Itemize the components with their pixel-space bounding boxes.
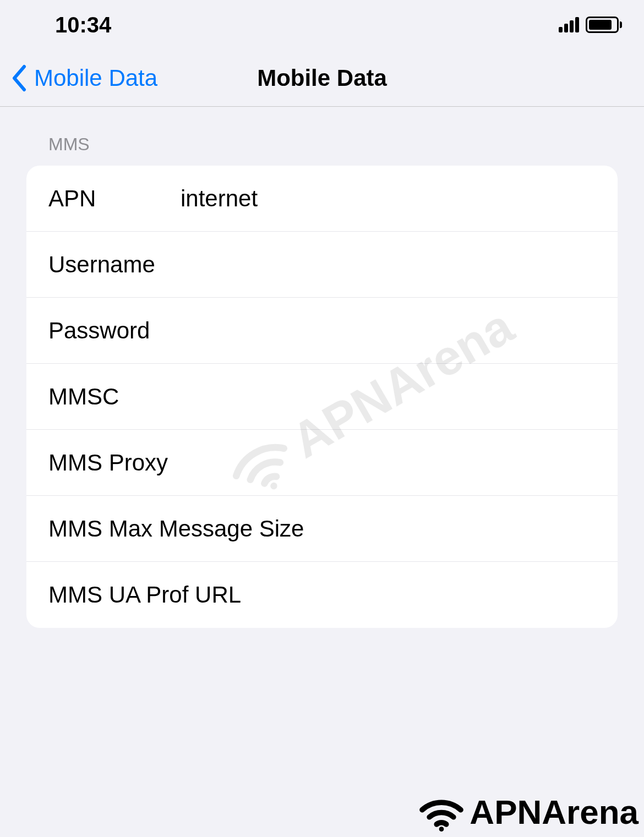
watermark-text-bottom: APNArena	[470, 792, 638, 831]
settings-row-mms-proxy[interactable]: MMS Proxy	[26, 430, 618, 496]
apn-input[interactable]	[181, 185, 596, 212]
mms-max-size-label: MMS Max Message Size	[48, 516, 305, 542]
settings-row-password[interactable]: Password	[26, 298, 618, 364]
settings-row-username[interactable]: Username	[26, 232, 618, 298]
username-input[interactable]	[181, 251, 596, 278]
content: MMS APN Username Password MMSC MMS Proxy	[0, 107, 644, 628]
status-time: 10:34	[55, 13, 111, 37]
svg-point-1	[439, 827, 444, 831]
mms-proxy-input[interactable]	[305, 450, 596, 476]
section-header-mms: MMS	[48, 134, 618, 155]
mms-proxy-label: MMS Proxy	[48, 450, 305, 476]
wifi-icon	[417, 793, 466, 831]
settings-group-mms: APN Username Password MMSC MMS Proxy MMS…	[26, 166, 618, 628]
mms-ua-prof-input[interactable]	[305, 582, 596, 608]
settings-row-mmsc[interactable]: MMSC	[26, 364, 618, 430]
page-title: Mobile Data	[257, 65, 387, 91]
settings-row-mms-ua-prof[interactable]: MMS UA Prof URL	[26, 562, 618, 628]
settings-row-apn[interactable]: APN	[26, 166, 618, 232]
password-label: Password	[48, 318, 181, 344]
mms-max-size-input[interactable]	[305, 516, 596, 542]
back-button[interactable]: Mobile Data	[11, 64, 157, 92]
mms-ua-prof-label: MMS UA Prof URL	[48, 582, 305, 608]
mmsc-label: MMSC	[48, 384, 181, 410]
battery-icon	[586, 17, 622, 33]
settings-row-mms-max-size[interactable]: MMS Max Message Size	[26, 496, 618, 562]
password-input[interactable]	[181, 318, 596, 344]
apn-label: APN	[48, 185, 181, 212]
back-button-label: Mobile Data	[34, 65, 157, 91]
signal-strength-icon	[559, 17, 579, 32]
status-icons	[559, 17, 622, 33]
watermark-bottom: APNArena	[417, 792, 638, 831]
status-bar: 10:34	[0, 0, 644, 50]
nav-bar: Mobile Data Mobile Data	[0, 50, 644, 107]
chevron-left-icon	[11, 64, 28, 92]
username-label: Username	[48, 251, 181, 278]
mmsc-input[interactable]	[181, 384, 596, 410]
